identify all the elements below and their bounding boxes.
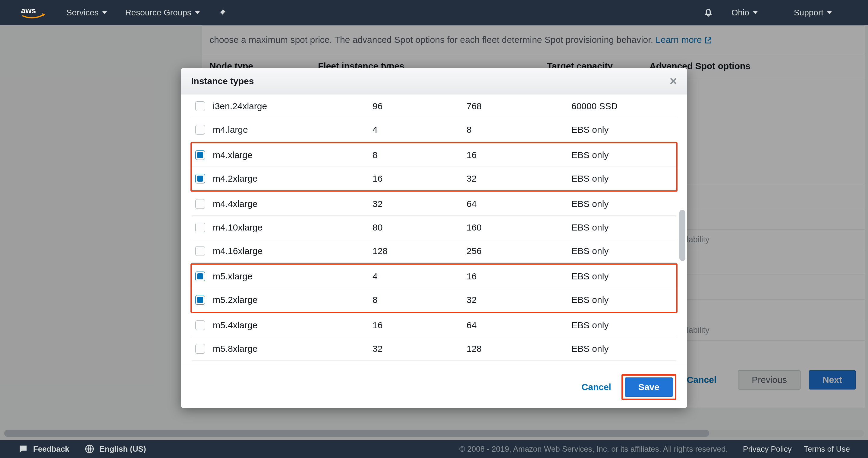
modal-save-button[interactable]: Save [625,377,673,397]
modal-header: Instance types × [181,68,687,94]
instance-storage: 60000 SSD [571,101,676,111]
instance-memory: 16 [467,271,571,282]
instance-memory: 32 [467,173,571,184]
nav-pin[interactable] [218,8,226,17]
pin-icon [218,8,226,17]
instance-memory: 64 [467,320,571,331]
instance-storage: EBS only [571,246,676,256]
instance-row: m4.10xlarge80160EBS only [192,216,676,239]
instance-storage: EBS only [571,320,676,331]
instance-storage: EBS only [571,222,676,233]
instance-vcpu: 4 [373,124,467,135]
instance-checkbox[interactable] [195,295,205,305]
chevron-down-icon [195,11,200,14]
instance-memory: 64 [467,199,571,209]
instance-checkbox[interactable] [195,125,205,135]
instance-row: m4.16xlarge128256EBS only [192,239,676,263]
aws-logo[interactable]: aws [18,4,48,22]
instance-checkbox[interactable] [195,150,205,160]
bell-icon [703,7,713,17]
instance-name: m4.10xlarge [213,222,373,233]
instance-name: m5.xlarge [213,271,373,282]
chevron-down-icon [753,11,758,14]
instance-name: m4.xlarge [213,150,373,160]
instance-checkbox[interactable] [195,102,205,111]
modal-cancel-button[interactable]: Cancel [582,382,611,392]
instance-types-modal: Instance types × i3en.24xlarge9676860000… [181,68,687,408]
instance-storage: EBS only [571,271,676,282]
instance-storage: EBS only [571,344,676,354]
instance-checkbox[interactable] [195,246,205,256]
terms-label: Terms of Use [804,445,850,454]
vertical-scrollbar[interactable] [679,98,685,362]
highlighted-group: m4.xlarge816EBS onlym4.2xlarge1632EBS on… [190,142,678,192]
instance-name: m5.8xlarge [213,344,373,354]
instance-vcpu: 16 [373,320,467,331]
instance-memory: 16 [467,150,571,160]
language-selector[interactable]: English (US) [84,444,146,454]
nav-services-label: Services [66,8,98,18]
instance-memory: 32 [467,295,571,305]
instance-row: m4.2xlarge1632EBS only [192,167,676,190]
instance-storage: EBS only [571,173,676,184]
instance-checkbox[interactable] [195,344,205,353]
instance-vcpu: 32 [373,344,467,354]
instance-vcpu: 32 [373,199,467,209]
nav-region[interactable]: Ohio [732,8,758,18]
bottom-bar: Feedback English (US) © 2008 - 2019, Ama… [0,440,868,458]
modal-overlay: Instance types × i3en.24xlarge9676860000… [0,25,868,440]
instance-checkbox[interactable] [195,199,205,209]
instance-name: m4.large [213,124,373,135]
nav-notifications[interactable] [703,7,713,19]
page-body: choose a maximum spot price. The advance… [0,25,868,440]
instance-name: m5.2xlarge [213,295,373,305]
modal-footer: Cancel Save [181,366,687,408]
instance-memory: 160 [467,222,571,233]
privacy-label: Privacy Policy [743,445,792,454]
instance-list: i3en.24xlarge9676860000 SSDm4.large48EBS… [181,94,687,366]
terms-link[interactable]: Terms of Use [804,445,850,454]
globe-icon [84,444,95,454]
nav-services[interactable]: Services [66,8,107,18]
instance-memory: 128 [467,344,571,354]
instance-storage: EBS only [571,295,676,305]
save-highlight: Save [621,374,676,400]
instance-vcpu: 80 [373,222,467,233]
instance-checkbox[interactable] [195,174,205,183]
close-icon[interactable]: × [670,75,677,87]
instance-name: m4.2xlarge [213,173,373,184]
instance-storage: EBS only [571,150,676,160]
nav-support-label: Support [794,8,824,18]
feedback-link[interactable]: Feedback [18,444,69,454]
instance-checkbox[interactable] [195,320,205,330]
modal-title: Instance types [191,76,254,86]
modal-body: i3en.24xlarge9676860000 SSDm4.large48EBS… [181,94,687,366]
svg-text:aws: aws [21,6,36,15]
chevron-down-icon [827,11,832,14]
instance-memory: 768 [467,101,571,111]
privacy-link[interactable]: Privacy Policy [743,445,792,454]
copyright-text: © 2008 - 2019, Amazon Web Services, Inc.… [459,445,728,454]
instance-name: m4.16xlarge [213,246,373,256]
instance-row: m5.4xlarge1664EBS only [192,313,676,337]
chevron-down-icon [102,11,107,14]
scrollbar-thumb[interactable] [679,210,685,261]
top-nav: aws Services Resource Groups Ohio Suppor… [0,0,868,25]
instance-vcpu: 16 [373,173,467,184]
nav-resource-groups[interactable]: Resource Groups [125,8,199,18]
instance-row: m5.8xlarge32128EBS only [192,337,676,361]
instance-vcpu: 8 [373,295,467,305]
instance-checkbox[interactable] [195,223,205,232]
instance-vcpu: 4 [373,271,467,282]
feedback-label: Feedback [33,445,69,454]
instance-row: m4.4xlarge3264EBS only [192,192,676,216]
instance-vcpu: 8 [373,150,467,160]
speech-bubble-icon [18,444,28,454]
nav-resource-groups-label: Resource Groups [125,8,191,18]
instance-vcpu: 128 [373,246,467,256]
instance-checkbox[interactable] [195,271,205,281]
instance-row: m4.xlarge816EBS only [192,143,676,167]
nav-support[interactable]: Support [794,8,832,18]
language-label: English (US) [99,445,146,454]
nav-region-label: Ohio [732,8,749,18]
